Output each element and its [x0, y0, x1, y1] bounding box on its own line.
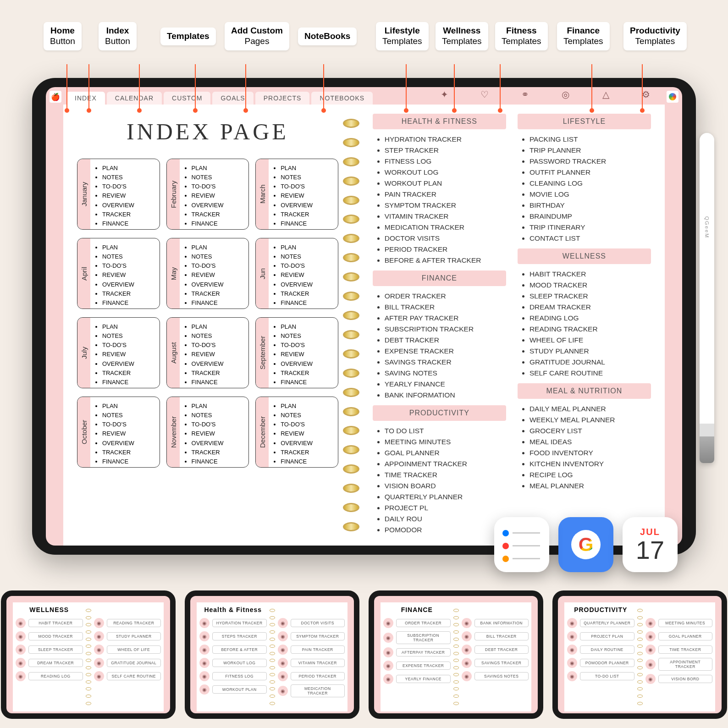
category-item[interactable]: YEARLY FINANCE [385, 379, 506, 390]
google-app-icon[interactable]: G [558, 517, 613, 572]
category-item[interactable]: STEP TRACKER [385, 145, 506, 156]
tab-calendar[interactable]: CALENDAR [107, 92, 162, 105]
category-item[interactable]: PASSWORD TRACKER [529, 156, 651, 167]
callout-label: NoteBooks [298, 28, 357, 45]
category-item[interactable]: TRIP PLANNER [529, 145, 651, 156]
tab-notebooks[interactable]: NOTEBOOKS [311, 92, 373, 105]
category-item[interactable]: BANK INFORMATION [385, 390, 506, 401]
category-item[interactable]: VISION BOARD [385, 480, 506, 491]
category-item[interactable]: MOVIE LOG [529, 189, 651, 200]
category-item[interactable]: MEDICATION TRACKER [385, 222, 506, 233]
category-item[interactable]: PROJECT PL [385, 502, 506, 513]
category-item[interactable]: OUTFIT PLANNER [529, 167, 651, 178]
category-item[interactable]: TIME TRACKER [385, 469, 506, 480]
category-item[interactable]: CONTACT LIST [529, 233, 651, 244]
category-item[interactable]: EXPENSE TRACKER [385, 346, 506, 357]
tab-index[interactable]: INDEX [66, 92, 105, 105]
thumbnail-preview[interactable]: Health & Fitness◉HYDRATION TRACKER◉STEPS… [185, 590, 359, 719]
category-item[interactable]: VITAMIN TRACKER [385, 211, 506, 222]
category-item[interactable]: GOAL PLANNER [385, 447, 506, 458]
category-item[interactable]: WEEKLY MEAL PLANNER [529, 414, 651, 425]
category-item[interactable]: GROCERY LIST [529, 425, 651, 436]
category-item[interactable]: SELF CARE ROUTINE [529, 368, 651, 379]
category-item[interactable]: DEBT TRACKER [385, 335, 506, 346]
category-item[interactable]: PACKING LIST [529, 134, 651, 145]
month-card[interactable]: OctoberPLANNOTESTO-DO'SREVIEWOVERVIEWTRA… [77, 397, 160, 468]
month-card[interactable]: FebruaryPLANNOTESTO-DO'SREVIEWOVERVIEWTR… [166, 159, 249, 230]
category-item[interactable]: HYDRATION TRACKER [385, 134, 506, 145]
template-icon-tab[interactable]: ✦ [438, 88, 451, 101]
month-card[interactable]: SeptemberPLANNOTESTO-DO'SREVIEWOVERVIEWT… [255, 317, 338, 388]
tab-projects[interactable]: PROJECTS [255, 92, 310, 105]
category-item[interactable]: SYMPTOM TRACKER [385, 200, 506, 211]
category-item[interactable]: KITCHEN INVENTORY [529, 458, 651, 469]
category-item[interactable]: READING LOG [529, 313, 651, 324]
template-icon-tab[interactable]: ◎ [559, 88, 572, 101]
category-item[interactable]: MEAL IDEAS [529, 436, 651, 447]
month-card[interactable]: DecemberPLANNOTESTO-DO'SREVIEWOVERVIEWTR… [255, 397, 338, 468]
category-item[interactable]: DREAM TRACKER [529, 302, 651, 313]
calendar-app-icon[interactable]: JUL 17 [623, 517, 678, 572]
category-item[interactable]: HABIT TRACKER [529, 269, 651, 280]
month-card[interactable]: AugustPLANNOTESTO-DO'SREVIEWOVERVIEWTRAC… [166, 317, 249, 388]
notebook-content: INDEX PAGE JanuaryPLANNOTESTO-DO'SREVIEW… [63, 105, 665, 546]
category-item[interactable]: DOCTOR VISITS [385, 233, 506, 244]
category-item[interactable]: SUBSCRIPTION TRACKER [385, 324, 506, 335]
callout-label: IndexButton [99, 22, 137, 50]
month-items: PLANNOTESTO-DO'SREVIEWOVERVIEWTRACKERFIN… [90, 238, 160, 309]
category-item[interactable]: WORKOUT LOG [385, 167, 506, 178]
month-card[interactable]: AprilPLANNOTESTO-DO'SREVIEWOVERVIEWTRACK… [77, 238, 160, 309]
category-item[interactable]: WHEEL OF LIFE [529, 335, 651, 346]
template-icon-tab[interactable]: ⚭ [518, 88, 531, 101]
month-card[interactable]: JanuaryPLANNOTESTO-DO'SREVIEWOVERVIEWTRA… [77, 159, 160, 230]
category-item[interactable]: MEAL PLANNER [529, 480, 651, 491]
category-item[interactable]: ORDER TRACKER [385, 291, 506, 302]
month-card[interactable]: MarchPLANNOTESTO-DO'SREVIEWOVERVIEWTRACK… [255, 159, 338, 230]
template-icon-tab[interactable]: ♡ [478, 88, 491, 101]
month-tab-label: January [77, 159, 90, 229]
category-item[interactable]: DAILY ROU [385, 513, 506, 524]
category-item[interactable]: TO DO LIST [385, 425, 506, 436]
month-card[interactable]: MayPLANNOTESTO-DO'SREVIEWOVERVIEWTRACKER… [166, 238, 249, 309]
category-item[interactable]: GRATITUDE JOURNAL [529, 357, 651, 368]
category-item[interactable]: SAVINGS TRACKER [385, 357, 506, 368]
callout-line [406, 64, 407, 110]
category-header: MEAL & NUTRITION [518, 383, 651, 399]
category-item[interactable]: STUDY PLANNER [529, 346, 651, 357]
category-item[interactable]: SAVING NOTES [385, 368, 506, 379]
category-item[interactable]: FOOD INVENTORY [529, 447, 651, 458]
category-item[interactable]: APPOINMENT TRACKER [385, 458, 506, 469]
category-item[interactable]: DAILY MEAL PLANNER [529, 403, 651, 414]
category-item[interactable]: QUARTERLY PLANNER [385, 491, 506, 502]
category-item[interactable]: BEFORE & AFTER TRACKER [385, 255, 506, 266]
reminders-app-icon[interactable] [494, 517, 549, 572]
category-item[interactable]: BILL TRACKER [385, 302, 506, 313]
category-item[interactable]: SLEEP TRACKER [529, 291, 651, 302]
tab-goals[interactable]: GOALS [212, 92, 253, 105]
category-item[interactable]: PAIN TRACKER [385, 189, 506, 200]
category-item[interactable]: TRIP ITINERARY [529, 222, 651, 233]
category-item[interactable]: READING TRACKER [529, 324, 651, 335]
tab-custom[interactable]: CUSTOM [164, 92, 210, 105]
category-item[interactable]: PERIOD TRACKER [385, 244, 506, 255]
thumbnail-preview[interactable]: FINANCE◉ORDER TRACKER◉SUBSCRIPTION TRACK… [369, 590, 543, 719]
category-item[interactable]: AFTER PAY TRACKER [385, 313, 506, 324]
category-header: FINANCE [373, 270, 506, 286]
thumbnail-preview[interactable]: PRODUCTIVITY◉QUARTERLY PLANNER◉PROJECT P… [552, 590, 727, 719]
month-card[interactable]: NovemberPLANNOTESTO-DO'SREVIEWOVERVIEWTR… [166, 397, 249, 468]
category-item[interactable]: BIRTHDAY [529, 200, 651, 211]
month-card[interactable]: JunPLANNOTESTO-DO'SREVIEWOVERVIEWTRACKER… [255, 238, 338, 309]
category-list: PACKING LISTTRIP PLANNERPASSWORD TRACKER… [518, 134, 651, 244]
category-item[interactable]: POMODOR [385, 524, 506, 535]
template-icon-tab[interactable]: △ [599, 88, 612, 101]
category-item[interactable]: CLEANING LOG [529, 178, 651, 189]
category-item[interactable]: FITNESS LOG [385, 156, 506, 167]
category-item[interactable]: BRAINDUMP [529, 211, 651, 222]
category-item[interactable]: WORKOUT PLAN [385, 178, 506, 189]
category-item[interactable]: MOOD TRACKER [529, 280, 651, 291]
category-item[interactable]: RECIPE LOG [529, 469, 651, 480]
month-tab-label: July [77, 318, 90, 388]
month-card[interactable]: JulyPLANNOTESTO-DO'SREVIEWOVERVIEWTRACKE… [77, 317, 160, 388]
thumbnail-preview[interactable]: WELLNESS◉HABIT TRACKER◉MOOD TRACKER◉SLEE… [1, 590, 176, 719]
category-item[interactable]: MEETING MINUTES [385, 436, 506, 447]
